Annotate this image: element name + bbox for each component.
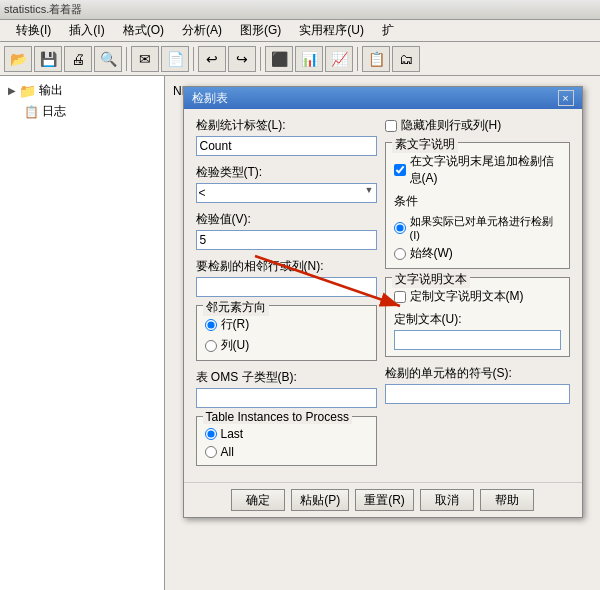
check-value-group: 检验值(V):	[196, 211, 377, 250]
tree-item-output[interactable]: ▶ 📁 输出	[0, 80, 164, 101]
table-instances-title: Table Instances to Process	[203, 410, 352, 424]
menu-utilities[interactable]: 实用程序(U)	[291, 20, 372, 41]
add-info-checkbox[interactable]	[394, 164, 406, 176]
text-desc-title: 文字说明文本	[392, 271, 470, 288]
check-type-select-wrapper: < > =	[196, 183, 377, 203]
adjacent-group: 要检剔的相邻行或列(N):	[196, 258, 377, 297]
toolbar-print[interactable]: 🖨	[64, 46, 92, 72]
right-content: NEW FILE. 检剔表 × 检剔统计标签(L):	[165, 76, 600, 590]
toolbar-open[interactable]: 📂	[4, 46, 32, 72]
menu-insert[interactable]: 插入(I)	[61, 20, 112, 41]
menu-expand[interactable]: 扩	[374, 20, 402, 41]
oms-subtype-input[interactable]	[196, 388, 377, 408]
always-radio-item: 始终(W)	[394, 245, 561, 262]
col-radio-item: 列(U)	[205, 337, 368, 354]
col-radio-label: 列(U)	[221, 337, 250, 354]
menu-format[interactable]: 格式(O)	[115, 20, 172, 41]
cancel-button[interactable]: 取消	[420, 489, 474, 511]
condition-group: 条件 如果实际已对单元格进行检剔(I) 始终(W)	[394, 193, 561, 262]
text-desc-section: 文字说明文本 定制文字说明文本(M) 定制文本(U):	[385, 277, 570, 357]
output-folder-icon: 📁	[19, 83, 36, 99]
row-radio-label: 行(R)	[221, 316, 250, 333]
element-desc-section: 素文字说明 在文字说明末尾追加检剔信息(A) 条件 如果实际已对单元格	[385, 142, 570, 269]
if-actual-label: 如果实际已对单元格进行检剔(I)	[410, 214, 561, 241]
oms-subtype-group: 表 OMS 子类型(B):	[196, 369, 377, 408]
if-actual-radio[interactable]	[394, 222, 406, 234]
log-icon: 📋	[24, 105, 39, 119]
menu-analyze[interactable]: 分析(A)	[174, 20, 230, 41]
check-stat-label-label: 检剔统计标签(L):	[196, 117, 377, 134]
always-label: 始终(W)	[410, 245, 453, 262]
toolbar-btn5[interactable]: ✉	[131, 46, 159, 72]
table-instances-section: Table Instances to Process Last All	[196, 416, 377, 466]
hide-row-col-group: 隐藏准则行或列(H)	[385, 117, 570, 134]
separator-3	[260, 47, 261, 71]
check-value-input[interactable]	[196, 230, 377, 250]
custom-text-value-label: 定制文本(U):	[394, 311, 561, 328]
toolbar-undo[interactable]: ↩	[198, 46, 226, 72]
neighbor-direction-section: 邻元素方向 行(R) 列(U)	[196, 305, 377, 361]
hide-row-col-checkbox[interactable]	[385, 120, 397, 132]
title-bar: statistics.着着器	[0, 0, 600, 20]
reset-button[interactable]: 重置(R)	[355, 489, 414, 511]
all-radio-item: All	[205, 445, 368, 459]
dialog-left-column: 检剔统计标签(L): 检验类型(T): < > =	[196, 117, 377, 474]
all-radio-label: All	[221, 445, 234, 459]
check-type-group: 检验类型(T): < > =	[196, 164, 377, 203]
dialog-footer: 确定 粘贴(P) 重置(R) 取消 帮助	[184, 482, 582, 517]
condition-section-label: 条件	[394, 193, 561, 210]
paste-button[interactable]: 粘贴(P)	[291, 489, 349, 511]
col-radio[interactable]	[205, 340, 217, 352]
separator-4	[357, 47, 358, 71]
toolbar-btn12[interactable]: 📈	[325, 46, 353, 72]
check-type-select[interactable]: < > =	[196, 183, 377, 203]
custom-text-value-input[interactable]	[394, 330, 561, 350]
condition-radio-group: 如果实际已对单元格进行检剔(I) 始终(W)	[394, 214, 561, 262]
custom-text-label: 定制文字说明文本(M)	[410, 288, 524, 305]
check-value-label: 检验值(V):	[196, 211, 377, 228]
custom-text-checkbox[interactable]	[394, 291, 406, 303]
row-radio[interactable]	[205, 319, 217, 331]
check-stat-label-group: 检剔统计标签(L):	[196, 117, 377, 156]
toolbar-btn6[interactable]: 📄	[161, 46, 189, 72]
dialog: 检剔表 × 检剔统计标签(L): 检验类型(T):	[183, 86, 583, 518]
hide-row-col-label: 隐藏准则行或列(H)	[401, 117, 502, 134]
dialog-right-column: 隐藏准则行或列(H) 素文字说明 在文字说明末尾追加检剔信息(A) 条件	[385, 117, 570, 474]
symbol-input[interactable]	[385, 384, 570, 404]
help-button[interactable]: 帮助	[480, 489, 534, 511]
neighbor-direction-title: 邻元素方向	[203, 299, 269, 316]
dialog-body: 检剔统计标签(L): 检验类型(T): < > =	[184, 109, 582, 482]
check-stat-label-input[interactable]	[196, 136, 377, 156]
if-actual-radio-item: 如果实际已对单元格进行检剔(I)	[394, 214, 561, 241]
table-instances-radio-group: Last All	[205, 427, 368, 459]
toolbar-btn13[interactable]: 📋	[362, 46, 390, 72]
always-radio[interactable]	[394, 248, 406, 260]
check-type-label: 检验类型(T):	[196, 164, 377, 181]
dialog-title-text: 检剔表	[192, 90, 228, 107]
toolbar-redo[interactable]: ↪	[228, 46, 256, 72]
toolbar-save[interactable]: 💾	[34, 46, 62, 72]
last-radio[interactable]	[205, 428, 217, 440]
toolbar-search[interactable]: 🔍	[94, 46, 122, 72]
ok-button[interactable]: 确定	[231, 489, 285, 511]
menu-convert[interactable]: 转换(I)	[8, 20, 59, 41]
menu-graph[interactable]: 图形(G)	[232, 20, 289, 41]
last-radio-item: Last	[205, 427, 368, 441]
symbol-label: 检剔的单元格的符号(S):	[385, 365, 570, 382]
tree-label-output: 输出	[39, 82, 63, 99]
dialog-title-bar: 检剔表 ×	[184, 87, 582, 109]
dialog-close-button[interactable]: ×	[558, 90, 574, 106]
last-radio-label: Last	[221, 427, 244, 441]
add-info-checkbox-item: 在文字说明末尾追加检剔信息(A)	[394, 153, 561, 187]
all-radio[interactable]	[205, 446, 217, 458]
hide-row-col-checkbox-item: 隐藏准则行或列(H)	[385, 117, 570, 134]
separator-2	[193, 47, 194, 71]
toolbar-btn10[interactable]: ⬛	[265, 46, 293, 72]
separator-1	[126, 47, 127, 71]
custom-text-checkbox-item: 定制文字说明文本(M)	[394, 288, 561, 305]
tree-item-log[interactable]: 📋 日志	[0, 101, 164, 122]
adjacent-input[interactable]	[196, 277, 377, 297]
custom-text-value-group: 定制文本(U):	[394, 311, 561, 350]
toolbar-btn14[interactable]: 🗂	[392, 46, 420, 72]
toolbar-btn11[interactable]: 📊	[295, 46, 323, 72]
